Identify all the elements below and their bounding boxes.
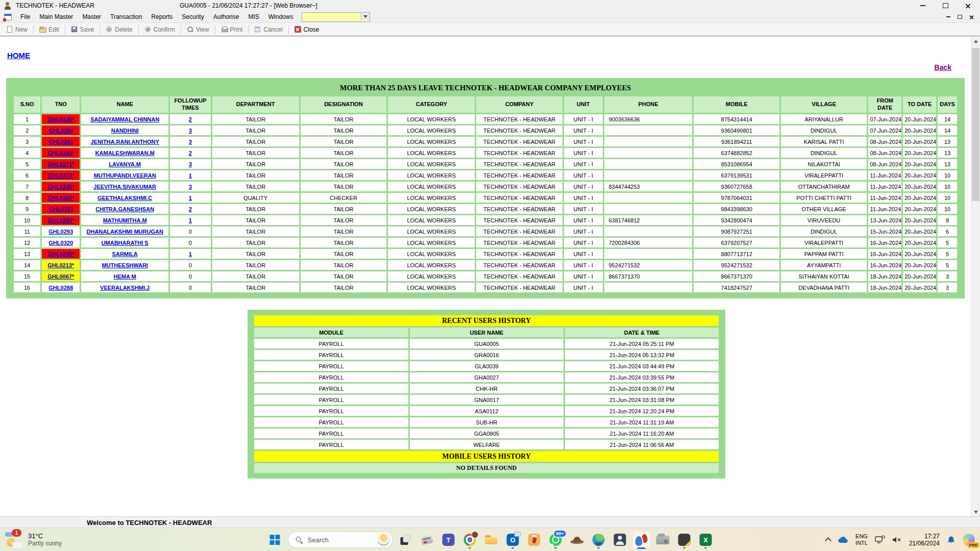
toolbar-cancel-button[interactable]: Cancel bbox=[251, 25, 286, 34]
windows-menu-combobox[interactable] bbox=[302, 12, 370, 22]
worker-app-icon[interactable] bbox=[611, 531, 629, 549]
followup-link[interactable]: 1 bbox=[189, 251, 192, 257]
toolbar-confirm-button[interactable]: Confirm bbox=[141, 25, 179, 34]
onedrive-icon[interactable] bbox=[838, 536, 848, 543]
mdi-minimize-button[interactable] bbox=[946, 16, 950, 17]
employee-name-link[interactable]: UMABHARATHI S bbox=[102, 240, 149, 246]
back-link[interactable]: Back bbox=[935, 63, 951, 71]
chrome-icon[interactable] bbox=[461, 531, 479, 549]
menu-windows[interactable]: Windows bbox=[264, 12, 298, 22]
menu-master[interactable]: Master bbox=[78, 12, 106, 22]
employee-name-link[interactable]: SARMILA bbox=[112, 251, 138, 257]
toolbar-new-button[interactable]: New bbox=[3, 25, 31, 34]
scrollbar-down-button[interactable] bbox=[971, 508, 980, 516]
mdi-restore-button[interactable] bbox=[958, 15, 962, 19]
globe-app-icon[interactable] bbox=[590, 531, 608, 549]
toolbar-view-button[interactable]: View bbox=[183, 25, 213, 34]
menu-mis[interactable]: MIS bbox=[243, 12, 263, 22]
followup-link[interactable]: 2 bbox=[189, 206, 192, 212]
tno-link[interactable]: GHL0271* bbox=[47, 161, 74, 167]
tno-link[interactable]: GHL0288 bbox=[48, 285, 73, 291]
menu-transaction[interactable]: Transaction bbox=[106, 12, 146, 22]
tno-link[interactable]: GHL0269* bbox=[47, 217, 74, 223]
employee-name-link[interactable]: JENITHA.RANI.ANTHONY bbox=[90, 139, 159, 145]
tno-link[interactable]: GHL0293 bbox=[48, 229, 73, 235]
home-link[interactable]: HOME bbox=[7, 51, 30, 60]
weather-widget[interactable]: 1 31°C Partly sunny bbox=[5, 531, 62, 548]
tno-link[interactable]: GHL0140* bbox=[47, 116, 74, 122]
tno-link[interactable]: GHL0246* bbox=[47, 251, 74, 257]
followup-link[interactable]: 3 bbox=[189, 161, 192, 167]
tno-link[interactable]: GHL0067* bbox=[47, 273, 74, 280]
menu-reports[interactable]: Reports bbox=[146, 12, 177, 22]
toolbar-print-button[interactable]: Print bbox=[217, 25, 247, 34]
taskbar-search[interactable]: Search bbox=[288, 532, 393, 548]
network-icon[interactable] bbox=[875, 536, 885, 544]
desktop-app-icon[interactable] bbox=[397, 531, 415, 549]
copilot-icon[interactable]: PRE bbox=[963, 534, 975, 546]
start-button[interactable] bbox=[265, 530, 285, 549]
language-indicator[interactable]: ENG INTL bbox=[855, 533, 868, 546]
close-button[interactable] bbox=[957, 0, 979, 11]
toolbar-edit-button[interactable]: Edit bbox=[36, 25, 63, 34]
followup-link[interactable]: 1 bbox=[189, 217, 192, 223]
tno-link[interactable]: GHL0235* bbox=[47, 184, 74, 190]
file-explorer-icon[interactable] bbox=[482, 531, 501, 549]
mdi-close-button[interactable] bbox=[969, 15, 974, 19]
tray-clock[interactable]: 17:27 21/06/2024 bbox=[909, 533, 940, 547]
whatsapp-icon[interactable]: 99+ bbox=[547, 531, 565, 549]
people-app-icon[interactable] bbox=[632, 531, 651, 549]
tno-link[interactable]: GHL0320 bbox=[48, 240, 73, 246]
followup-link[interactable]: 3 bbox=[189, 139, 192, 145]
employee-name-link[interactable]: CHITRA.GANESHSAN bbox=[95, 206, 154, 212]
menu-authorise[interactable]: Authorise bbox=[209, 12, 244, 22]
scrollbar-up-button[interactable] bbox=[971, 37, 980, 45]
tno-link[interactable]: GHL0313 bbox=[48, 206, 73, 212]
followup-link[interactable]: 2 bbox=[189, 150, 192, 156]
stocking-app-icon[interactable] bbox=[525, 531, 544, 549]
employee-name-link[interactable]: LAVANYA.M bbox=[109, 161, 141, 167]
employee-name-link[interactable]: SADAIYAMMAL CHINNAN bbox=[90, 116, 159, 122]
hat-app-icon[interactable] bbox=[568, 531, 586, 549]
employee-name-link[interactable]: VEERALAKSHMI.J bbox=[100, 285, 150, 291]
toolbar-save-button[interactable]: Save bbox=[67, 25, 97, 34]
scanner-app-icon[interactable] bbox=[418, 531, 436, 549]
employee-name-link[interactable]: KAMALESHWARAN.M bbox=[95, 150, 155, 156]
tno-link[interactable]: GHL0332* bbox=[47, 150, 74, 156]
machine-app-icon[interactable] bbox=[654, 531, 672, 549]
followup-link[interactable]: 2 bbox=[189, 116, 192, 122]
tno-link[interactable]: GHL0281 bbox=[48, 139, 73, 145]
combobox-dropdown-button[interactable] bbox=[361, 13, 370, 20]
employee-name-link[interactable]: NANDHINI bbox=[111, 128, 139, 134]
menu-file[interactable]: File bbox=[16, 12, 35, 22]
scrollbar-thumb[interactable] bbox=[972, 48, 979, 201]
employee-name-link[interactable]: DHANALAKSHMI MURUGAN bbox=[87, 229, 163, 235]
vertical-scrollbar[interactable] bbox=[971, 37, 980, 516]
maximize-button[interactable] bbox=[934, 0, 957, 11]
menu-main-master[interactable]: Main Master bbox=[35, 12, 78, 22]
tno-link[interactable]: GHL0273* bbox=[47, 172, 74, 179]
outlook-icon[interactable]: O bbox=[504, 531, 522, 549]
followup-link[interactable]: 3 bbox=[189, 128, 192, 134]
tno-link[interactable]: GHL0213* bbox=[47, 262, 74, 268]
minimize-button[interactable] bbox=[912, 0, 934, 11]
excel-icon[interactable]: X bbox=[697, 531, 715, 549]
employee-name-link[interactable]: JEEVITHA.SIVAKUMAR bbox=[93, 184, 156, 190]
followup-link[interactable]: 3 bbox=[189, 184, 192, 190]
employee-name-link[interactable]: MATHUMITHA.M bbox=[103, 217, 147, 223]
employee-name-link[interactable]: MUTHEESHWARI bbox=[102, 262, 148, 268]
tray-overflow-chevron-icon[interactable] bbox=[825, 537, 831, 544]
menu-security[interactable]: Security bbox=[177, 12, 208, 22]
teams-icon[interactable]: T bbox=[439, 531, 458, 549]
employee-name-link[interactable]: MUTHUPANDI.VEERAN bbox=[94, 172, 156, 179]
toolbar-delete-button[interactable]: Delete bbox=[102, 25, 136, 34]
toolbar-close-button[interactable]: Close bbox=[291, 25, 323, 34]
tno-link[interactable]: GHL0326* bbox=[47, 195, 74, 201]
notes-app-icon[interactable] bbox=[675, 531, 694, 549]
tno-link[interactable]: GHL0280 bbox=[48, 128, 73, 134]
notification-bell-icon[interactable] bbox=[947, 536, 955, 544]
followup-link[interactable]: 1 bbox=[189, 172, 192, 179]
volume-muted-icon[interactable] bbox=[892, 536, 902, 543]
employee-name-link[interactable]: GEETHALAKSHMI.C bbox=[97, 195, 152, 201]
followup-link[interactable]: 1 bbox=[189, 195, 192, 201]
